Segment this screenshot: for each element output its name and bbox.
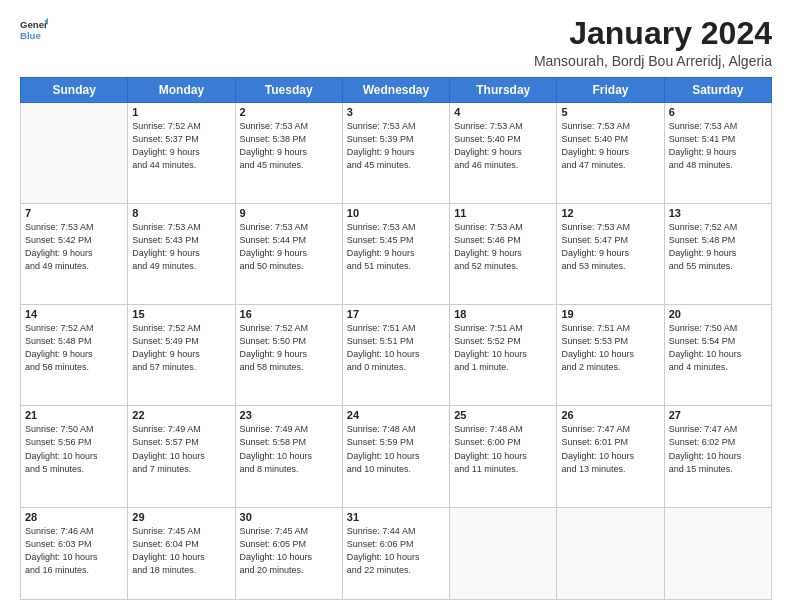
calendar-week-5: 28Sunrise: 7:46 AM Sunset: 6:03 PM Dayli…: [21, 507, 772, 600]
header-row: Sunday Monday Tuesday Wednesday Thursday…: [21, 78, 772, 103]
col-tuesday: Tuesday: [235, 78, 342, 103]
calendar-cell: 5Sunrise: 7:53 AM Sunset: 5:40 PM Daylig…: [557, 103, 664, 204]
day-info: Sunrise: 7:52 AM Sunset: 5:50 PM Dayligh…: [240, 322, 338, 374]
day-number: 19: [561, 308, 659, 320]
col-friday: Friday: [557, 78, 664, 103]
day-info: Sunrise: 7:53 AM Sunset: 5:39 PM Dayligh…: [347, 120, 445, 172]
day-info: Sunrise: 7:53 AM Sunset: 5:45 PM Dayligh…: [347, 221, 445, 273]
calendar-week-2: 7Sunrise: 7:53 AM Sunset: 5:42 PM Daylig…: [21, 204, 772, 305]
calendar-cell: 13Sunrise: 7:52 AM Sunset: 5:48 PM Dayli…: [664, 204, 771, 305]
calendar-cell: 22Sunrise: 7:49 AM Sunset: 5:57 PM Dayli…: [128, 406, 235, 507]
day-info: Sunrise: 7:45 AM Sunset: 6:04 PM Dayligh…: [132, 525, 230, 577]
day-number: 16: [240, 308, 338, 320]
calendar-cell: 25Sunrise: 7:48 AM Sunset: 6:00 PM Dayli…: [450, 406, 557, 507]
day-info: Sunrise: 7:48 AM Sunset: 5:59 PM Dayligh…: [347, 423, 445, 475]
col-sunday: Sunday: [21, 78, 128, 103]
day-number: 10: [347, 207, 445, 219]
day-info: Sunrise: 7:45 AM Sunset: 6:05 PM Dayligh…: [240, 525, 338, 577]
day-info: Sunrise: 7:49 AM Sunset: 5:57 PM Dayligh…: [132, 423, 230, 475]
day-info: Sunrise: 7:53 AM Sunset: 5:46 PM Dayligh…: [454, 221, 552, 273]
page: General Blue January 2024 Mansourah, Bor…: [0, 0, 792, 612]
calendar-cell: 20Sunrise: 7:50 AM Sunset: 5:54 PM Dayli…: [664, 305, 771, 406]
calendar-cell: 3Sunrise: 7:53 AM Sunset: 5:39 PM Daylig…: [342, 103, 449, 204]
location-title: Mansourah, Bordj Bou Arreridj, Algeria: [534, 53, 772, 69]
day-number: 24: [347, 409, 445, 421]
day-number: 25: [454, 409, 552, 421]
calendar-week-1: 1Sunrise: 7:52 AM Sunset: 5:37 PM Daylig…: [21, 103, 772, 204]
day-info: Sunrise: 7:53 AM Sunset: 5:38 PM Dayligh…: [240, 120, 338, 172]
day-info: Sunrise: 7:47 AM Sunset: 6:02 PM Dayligh…: [669, 423, 767, 475]
calendar-cell: 15Sunrise: 7:52 AM Sunset: 5:49 PM Dayli…: [128, 305, 235, 406]
calendar-cell: 16Sunrise: 7:52 AM Sunset: 5:50 PM Dayli…: [235, 305, 342, 406]
day-info: Sunrise: 7:52 AM Sunset: 5:48 PM Dayligh…: [25, 322, 123, 374]
calendar-cell: 30Sunrise: 7:45 AM Sunset: 6:05 PM Dayli…: [235, 507, 342, 600]
day-number: 7: [25, 207, 123, 219]
col-thursday: Thursday: [450, 78, 557, 103]
svg-text:Blue: Blue: [20, 30, 41, 41]
calendar-cell: 8Sunrise: 7:53 AM Sunset: 5:43 PM Daylig…: [128, 204, 235, 305]
calendar-cell: 29Sunrise: 7:45 AM Sunset: 6:04 PM Dayli…: [128, 507, 235, 600]
day-info: Sunrise: 7:52 AM Sunset: 5:48 PM Dayligh…: [669, 221, 767, 273]
day-number: 31: [347, 511, 445, 523]
day-number: 11: [454, 207, 552, 219]
day-number: 9: [240, 207, 338, 219]
day-number: 5: [561, 106, 659, 118]
col-saturday: Saturday: [664, 78, 771, 103]
day-number: 27: [669, 409, 767, 421]
day-info: Sunrise: 7:48 AM Sunset: 6:00 PM Dayligh…: [454, 423, 552, 475]
day-info: Sunrise: 7:51 AM Sunset: 5:51 PM Dayligh…: [347, 322, 445, 374]
calendar-cell: 21Sunrise: 7:50 AM Sunset: 5:56 PM Dayli…: [21, 406, 128, 507]
day-info: Sunrise: 7:46 AM Sunset: 6:03 PM Dayligh…: [25, 525, 123, 577]
day-info: Sunrise: 7:53 AM Sunset: 5:44 PM Dayligh…: [240, 221, 338, 273]
calendar-cell: 11Sunrise: 7:53 AM Sunset: 5:46 PM Dayli…: [450, 204, 557, 305]
calendar-cell: 1Sunrise: 7:52 AM Sunset: 5:37 PM Daylig…: [128, 103, 235, 204]
calendar-cell: 9Sunrise: 7:53 AM Sunset: 5:44 PM Daylig…: [235, 204, 342, 305]
day-info: Sunrise: 7:50 AM Sunset: 5:54 PM Dayligh…: [669, 322, 767, 374]
day-number: 29: [132, 511, 230, 523]
calendar-cell: [557, 507, 664, 600]
day-info: Sunrise: 7:51 AM Sunset: 5:53 PM Dayligh…: [561, 322, 659, 374]
calendar-cell: 27Sunrise: 7:47 AM Sunset: 6:02 PM Dayli…: [664, 406, 771, 507]
day-number: 3: [347, 106, 445, 118]
calendar-cell: 6Sunrise: 7:53 AM Sunset: 5:41 PM Daylig…: [664, 103, 771, 204]
day-number: 26: [561, 409, 659, 421]
calendar-week-4: 21Sunrise: 7:50 AM Sunset: 5:56 PM Dayli…: [21, 406, 772, 507]
day-info: Sunrise: 7:53 AM Sunset: 5:40 PM Dayligh…: [454, 120, 552, 172]
calendar-cell: 7Sunrise: 7:53 AM Sunset: 5:42 PM Daylig…: [21, 204, 128, 305]
day-info: Sunrise: 7:51 AM Sunset: 5:52 PM Dayligh…: [454, 322, 552, 374]
calendar-cell: 18Sunrise: 7:51 AM Sunset: 5:52 PM Dayli…: [450, 305, 557, 406]
calendar-cell: [21, 103, 128, 204]
calendar-cell: 26Sunrise: 7:47 AM Sunset: 6:01 PM Dayli…: [557, 406, 664, 507]
day-number: 2: [240, 106, 338, 118]
day-number: 8: [132, 207, 230, 219]
calendar-cell: 23Sunrise: 7:49 AM Sunset: 5:58 PM Dayli…: [235, 406, 342, 507]
day-info: Sunrise: 7:49 AM Sunset: 5:58 PM Dayligh…: [240, 423, 338, 475]
svg-text:General: General: [20, 19, 48, 30]
day-info: Sunrise: 7:52 AM Sunset: 5:37 PM Dayligh…: [132, 120, 230, 172]
calendar-cell: [664, 507, 771, 600]
day-number: 17: [347, 308, 445, 320]
calendar: Sunday Monday Tuesday Wednesday Thursday…: [20, 77, 772, 600]
calendar-cell: 28Sunrise: 7:46 AM Sunset: 6:03 PM Dayli…: [21, 507, 128, 600]
header: General Blue January 2024 Mansourah, Bor…: [20, 16, 772, 69]
calendar-table: Sunday Monday Tuesday Wednesday Thursday…: [20, 77, 772, 600]
day-number: 18: [454, 308, 552, 320]
day-info: Sunrise: 7:53 AM Sunset: 5:42 PM Dayligh…: [25, 221, 123, 273]
month-title: January 2024: [534, 16, 772, 51]
day-number: 4: [454, 106, 552, 118]
calendar-cell: 2Sunrise: 7:53 AM Sunset: 5:38 PM Daylig…: [235, 103, 342, 204]
day-number: 22: [132, 409, 230, 421]
day-number: 21: [25, 409, 123, 421]
calendar-cell: 19Sunrise: 7:51 AM Sunset: 5:53 PM Dayli…: [557, 305, 664, 406]
logo-icon: General Blue: [20, 16, 48, 44]
day-info: Sunrise: 7:50 AM Sunset: 5:56 PM Dayligh…: [25, 423, 123, 475]
calendar-cell: 10Sunrise: 7:53 AM Sunset: 5:45 PM Dayli…: [342, 204, 449, 305]
day-number: 28: [25, 511, 123, 523]
day-info: Sunrise: 7:53 AM Sunset: 5:47 PM Dayligh…: [561, 221, 659, 273]
day-info: Sunrise: 7:44 AM Sunset: 6:06 PM Dayligh…: [347, 525, 445, 577]
day-number: 1: [132, 106, 230, 118]
calendar-cell: 14Sunrise: 7:52 AM Sunset: 5:48 PM Dayli…: [21, 305, 128, 406]
day-number: 20: [669, 308, 767, 320]
calendar-cell: 17Sunrise: 7:51 AM Sunset: 5:51 PM Dayli…: [342, 305, 449, 406]
col-wednesday: Wednesday: [342, 78, 449, 103]
